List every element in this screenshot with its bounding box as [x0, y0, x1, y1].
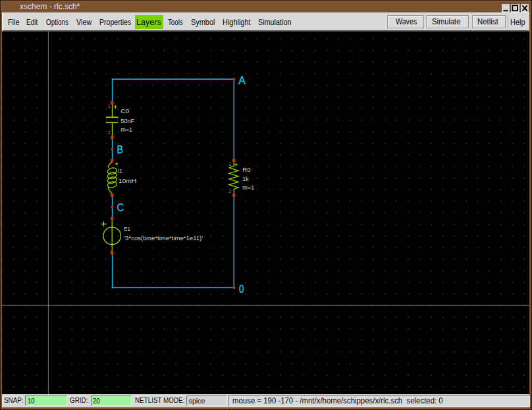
svg-text:m=1: m=1 — [120, 126, 132, 133]
svg-text:B: B — [117, 143, 124, 156]
svg-text:10mH: 10mH — [119, 178, 137, 184]
svg-text:1k: 1k — [242, 176, 249, 182]
svg-text:2: 2 — [108, 130, 111, 135]
svg-text:'3*cos(time*time*time*1e11)': '3*cos(time*time*time*1e11)' — [124, 235, 203, 242]
svg-text:m=1: m=1 — [242, 184, 254, 191]
svg-text:50nF: 50nF — [120, 118, 134, 124]
svg-text:1: 1 — [229, 162, 232, 167]
svg-text:0: 0 — [239, 283, 244, 295]
svg-text:R0: R0 — [242, 167, 250, 173]
svg-text:C: C — [117, 201, 124, 214]
svg-text:A: A — [238, 74, 246, 87]
svg-text:E1: E1 — [124, 226, 130, 232]
svg-text:1: 1 — [108, 104, 111, 109]
svg-text:C0: C0 — [120, 108, 129, 115]
svg-text:2: 2 — [229, 189, 232, 193]
svg-text:l1: l1 — [118, 168, 122, 174]
